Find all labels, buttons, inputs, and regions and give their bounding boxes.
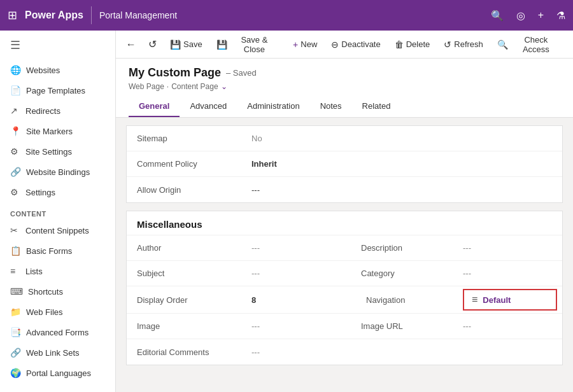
website-bindings-icon: 🔗 xyxy=(10,167,21,177)
sidebar-item-site-settings[interactable]: ⚙ Site Settings xyxy=(0,141,115,162)
toolbar: ← ↺ 💾 Save 💾 Save & Close + New ⊖ Deacti… xyxy=(116,31,573,59)
lists-icon: ≡ xyxy=(10,266,20,276)
check-access-button[interactable]: 🔍 Check Access xyxy=(491,31,568,58)
site-settings-icon: ⚙ xyxy=(10,146,20,157)
navigation-highlighted-cell[interactable]: ≡ Default xyxy=(463,289,557,311)
misc-row-4: Editorial Comments --- xyxy=(127,339,562,365)
new-button[interactable]: + New xyxy=(286,36,323,53)
sitemap-row: Sitemap No xyxy=(127,126,562,151)
sidebar-item-web-link-sets[interactable]: 🔗 Web Link Sets xyxy=(0,342,115,363)
allow-origin-label: Allow Origin xyxy=(127,180,241,200)
refresh-nav-button[interactable]: ↺ xyxy=(143,34,163,55)
image-url-label: Image URL xyxy=(351,316,453,336)
site-markers-icon: 📍 xyxy=(10,126,21,136)
display-order-label: Display Order xyxy=(127,290,241,310)
author-label: Author xyxy=(127,238,241,258)
misc-row-1: Subject --- Category --- xyxy=(127,261,562,286)
tab-bar: General Advanced Administration Notes Re… xyxy=(129,96,560,117)
sidebar: ☰ 🌐 Websites 📄 Page Templates ↗ Redirect… xyxy=(0,31,116,392)
content-section-label: Content xyxy=(0,202,115,220)
sidebar-label-web-link-sets: Web Link Sets xyxy=(26,348,80,358)
sidebar-item-redirects[interactable]: ↗ Redirects xyxy=(0,101,115,121)
navigation-value-cell[interactable]: ≡ Default xyxy=(458,286,562,313)
new-label: New xyxy=(301,39,317,49)
allow-origin-row: Allow Origin --- xyxy=(127,177,562,202)
sidebar-label-site-settings: Site Settings xyxy=(25,147,72,157)
breadcrumb: Web Page · Content Page ⌄ xyxy=(129,82,560,91)
tab-advanced[interactable]: Advanced xyxy=(180,96,237,117)
add-icon[interactable]: + xyxy=(538,10,544,21)
check-access-label: Check Access xyxy=(511,35,562,54)
sidebar-item-basic-forms[interactable]: 📋 Basic Forms xyxy=(0,241,115,261)
sidebar-item-lists[interactable]: ≡ Lists xyxy=(0,261,115,281)
top-navigation: ⊞ Power Apps Portal Management 🔍 ◎ + ⚗ xyxy=(0,0,573,31)
save-close-button[interactable]: 💾 Save & Close xyxy=(210,31,285,58)
tab-administration[interactable]: Administration xyxy=(237,96,309,117)
portal-title: Portal Management xyxy=(99,10,177,20)
subject-value: --- xyxy=(241,263,351,283)
sidebar-item-site-markers[interactable]: 📍 Site Markers xyxy=(0,121,115,141)
sidebar-item-advanced-forms[interactable]: 📑 Advanced Forms xyxy=(0,322,115,342)
empty-label-right xyxy=(351,347,453,357)
sidebar-label-lists: Lists xyxy=(25,267,43,276)
breadcrumb-dropdown-icon[interactable]: ⌄ xyxy=(221,82,227,91)
image-label: Image xyxy=(127,316,241,336)
page-title: My Custom Page xyxy=(129,66,221,80)
web-files-icon: 📁 xyxy=(10,307,21,317)
page-header: My Custom Page – Saved Web Page · Conten… xyxy=(116,59,573,118)
grid-icon[interactable]: ⊞ xyxy=(8,8,17,22)
content-snippets-icon: ✂ xyxy=(10,225,20,235)
sidebar-label-web-files: Web Files xyxy=(26,307,63,317)
back-button[interactable]: ← xyxy=(121,34,141,55)
tab-related[interactable]: Related xyxy=(352,96,401,117)
circle-check-icon[interactable]: ◎ xyxy=(516,10,525,22)
deactivate-button[interactable]: ⊖ Deactivate xyxy=(325,36,386,53)
empty-value-right xyxy=(453,347,562,357)
filter-icon[interactable]: ⚗ xyxy=(556,10,565,22)
sidebar-item-settings[interactable]: ⚙ Settings xyxy=(0,182,115,202)
nav-divider xyxy=(91,6,92,24)
shortcuts-icon: ⌨ xyxy=(10,286,23,297)
back-icon: ← xyxy=(126,39,136,50)
basic-forms-icon: 📋 xyxy=(10,246,21,256)
redirects-icon: ↗ xyxy=(10,106,20,116)
sidebar-label-websites: Websites xyxy=(26,66,60,75)
sidebar-label-website-bindings: Website Bindings xyxy=(26,167,90,177)
sidebar-item-content-snippets[interactable]: ✂ Content Snippets xyxy=(0,220,115,241)
author-value: --- xyxy=(241,238,351,258)
sidebar-item-web-files[interactable]: 📁 Web Files xyxy=(0,302,115,322)
sidebar-item-shortcuts[interactable]: ⌨ Shortcuts xyxy=(0,281,115,302)
sidebar-label-portal-languages: Portal Languages xyxy=(26,368,91,378)
save-close-icon: 💾 xyxy=(216,39,227,50)
app-name: Power Apps xyxy=(25,10,83,21)
sidebar-item-page-templates[interactable]: 📄 Page Templates xyxy=(0,80,115,101)
delete-button[interactable]: 🗑 Delete xyxy=(388,36,437,53)
image-value: --- xyxy=(241,316,351,336)
tab-notes[interactable]: Notes xyxy=(310,96,352,117)
portal-languages-icon: 🌍 xyxy=(10,368,21,378)
description-value: --- xyxy=(453,238,562,258)
sidebar-item-website-bindings[interactable]: 🔗 Website Bindings xyxy=(0,162,115,182)
new-icon: + xyxy=(293,39,298,50)
sidebar-toggle-icon[interactable]: ☰ xyxy=(0,31,115,60)
page-templates-icon: 📄 xyxy=(10,85,21,95)
comment-policy-row: Comment Policy Inherit xyxy=(127,151,562,177)
content-area: ← ↺ 💾 Save 💾 Save & Close + New ⊖ Deacti… xyxy=(116,31,573,392)
save-button[interactable]: 💾 Save xyxy=(164,36,209,53)
settings-icon: ⚙ xyxy=(10,187,20,197)
image-url-value: --- xyxy=(453,316,562,336)
sidebar-item-portal-languages[interactable]: 🌍 Portal Languages xyxy=(0,363,115,383)
search-icon[interactable]: 🔍 xyxy=(491,10,504,22)
sitemap-label: Sitemap xyxy=(127,129,241,148)
sidebar-label-settings: Settings xyxy=(25,188,55,197)
sidebar-label-redirects: Redirects xyxy=(25,106,60,116)
sidebar-item-websites[interactable]: 🌐 Websites xyxy=(0,60,115,80)
main-layout: ☰ 🌐 Websites 📄 Page Templates ↗ Redirect… xyxy=(0,31,573,392)
check-access-icon: 🔍 xyxy=(497,39,508,50)
form-area: Sitemap No Comment Policy Inherit Allow … xyxy=(116,125,573,383)
tab-general[interactable]: General xyxy=(129,96,180,117)
refresh-button[interactable]: ↺ Refresh xyxy=(437,36,490,53)
breadcrumb-web-page: Web Page xyxy=(129,82,164,91)
save-close-label: Save & Close xyxy=(230,35,279,54)
refresh-icon: ↺ xyxy=(444,39,451,50)
